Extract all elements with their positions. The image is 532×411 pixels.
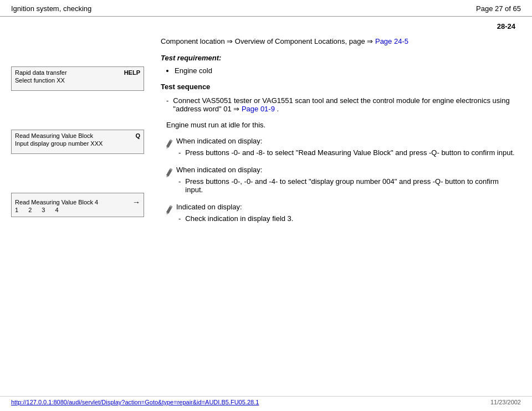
- panel-3-num-2: 2: [28, 207, 32, 213]
- panel-3-numbers: 1 2 3 4: [15, 207, 140, 213]
- panel-2-help: Q: [135, 132, 140, 139]
- when-1-dash-item: - Press buttons -0- and -8- to select "R…: [176, 148, 515, 157]
- panel-3-num-1: 1: [15, 207, 18, 213]
- when-section-3: Indicated on display: - Check indication…: [161, 203, 515, 223]
- when-3-text: Check indication in display field 3.: [185, 214, 293, 223]
- test-requirement-bullet: Engine cold: [175, 66, 515, 75]
- sidebar-spacer-2: [11, 96, 144, 124]
- comp-arrow2: ⇒: [367, 37, 373, 45]
- when-2-content: When indicated on display: - Press butto…: [176, 166, 515, 194]
- test-seq-instruction-text: Connect VAS5051 tester or VAG1551 scan t…: [173, 96, 509, 113]
- panel-1-top-row: Rapid data transfer HELP: [15, 69, 140, 76]
- tool-icon-3: [161, 203, 176, 218]
- sidebar-spacer-3: [11, 160, 144, 187]
- test-sequence-dash-item: - Connect VAS5051 tester or VAG1551 scan…: [166, 96, 515, 113]
- panel-2-title: Read Measuring Value Block: [15, 132, 93, 139]
- panel-3-num-4: 4: [55, 207, 58, 213]
- when-1-dash: -: [178, 148, 181, 157]
- comp-text-before: Component location: [161, 37, 227, 45]
- page-footer: http://127.0.0.1:8080/audi/servlet/Displ…: [0, 396, 532, 408]
- panel-2-top-row: Read Measuring Value Block Q: [15, 132, 140, 139]
- test-sequence-label: Test sequence: [161, 83, 515, 91]
- when-section-1: When indicated on display: - Press butto…: [161, 137, 515, 157]
- when-3-content: Indicated on display: - Check indication…: [176, 203, 515, 223]
- svg-marker-7: [166, 213, 168, 214]
- when-3-label: Indicated on display:: [176, 203, 515, 211]
- when-2-dash-item: - Press buttons -0-, -0- and -4- to sele…: [176, 177, 515, 194]
- panel-read-measuring-value-block-4: Read Measuring Value Block 4 → 1 2 3 4: [11, 193, 144, 217]
- when-2-dash: -: [178, 177, 181, 194]
- tool-icon-1: [161, 137, 176, 152]
- test-sequence-text: Connect VAS5051 tester or VAG1551 scan t…: [173, 96, 515, 113]
- pencil-icon-3: [162, 204, 175, 217]
- main-content: Rapid data transfer HELP Select function…: [0, 17, 532, 243]
- test-requirement-list: Engine cold: [175, 66, 515, 75]
- when-3-dash-item: - Check indication in display field 3.: [176, 214, 515, 223]
- page-header: Ignition system, checking Page 27 of 65: [0, 0, 532, 17]
- tool-icon-2: [161, 166, 176, 181]
- panel-3-arrow: →: [132, 198, 140, 207]
- panel-1-title: Rapid data transfer: [15, 69, 67, 76]
- panel-3-top-row: Read Measuring Value Block 4 →: [15, 198, 140, 207]
- when-1-label: When indicated on display:: [176, 137, 515, 145]
- page-number: Page 27 of 65: [476, 4, 521, 13]
- comp-link[interactable]: Page 24-5: [375, 37, 408, 45]
- panel-3-num-3: 3: [42, 207, 45, 213]
- pencil-icon-2: [162, 167, 175, 179]
- test-seq-link[interactable]: Page 01-9: [242, 105, 275, 113]
- when-section-2: When indicated on display: - Press butto…: [161, 166, 515, 194]
- comp-arrow: ⇒: [227, 37, 233, 45]
- sidebar-spacer-1: [11, 28, 144, 61]
- dash-char-1: -: [166, 96, 168, 113]
- test-seq-suffix: .: [275, 105, 279, 113]
- when-2-text: Press buttons -0-, -0- and -4- to select…: [185, 177, 515, 194]
- section-number: 28-24: [161, 22, 515, 30]
- test-seq-arrow: ⇒: [233, 105, 239, 113]
- panel-2-subtitle: Input display group number XXX: [15, 140, 140, 147]
- when-2-label: When indicated on display:: [176, 166, 515, 174]
- panel-read-measuring-value-block: Read Measuring Value Block Q Input displ…: [11, 130, 144, 154]
- footer-date: 11/23/2002: [490, 399, 521, 405]
- test-requirement-label: Test requirement:: [161, 54, 515, 62]
- footer-url[interactable]: http://127.0.0.1:8080/audi/servlet/Displ…: [11, 399, 259, 405]
- comp-text-middle: Overview of Component Locations, page: [233, 37, 367, 45]
- when-1-text: Press buttons -0- and -8- to select "Rea…: [185, 148, 514, 157]
- engine-note: Engine must run at idle for this.: [161, 121, 515, 129]
- when-3-dash: -: [178, 214, 181, 223]
- panel-1-help: HELP: [124, 69, 140, 76]
- svg-marker-4: [166, 176, 168, 177]
- svg-marker-1: [166, 147, 168, 148]
- panel-3-title: Read Measuring Value Block 4: [15, 199, 98, 206]
- when-1-content: When indicated on display: - Press butto…: [176, 137, 515, 157]
- panel-rapid-data-transfer: Rapid data transfer HELP Select function…: [11, 66, 144, 91]
- document-title: Ignition system, checking: [11, 4, 91, 13]
- component-location-text: Component location ⇒ Overview of Compone…: [161, 36, 515, 47]
- sidebar: Rapid data transfer HELP Select function…: [0, 22, 150, 243]
- content-area: 28-24 Component location ⇒ Overview of C…: [150, 22, 532, 243]
- panel-1-subtitle: Select function XX: [15, 77, 140, 84]
- test-sequence-instruction: - Connect VAS5051 tester or VAG1551 scan…: [161, 96, 515, 113]
- pencil-icon-1: [162, 138, 175, 151]
